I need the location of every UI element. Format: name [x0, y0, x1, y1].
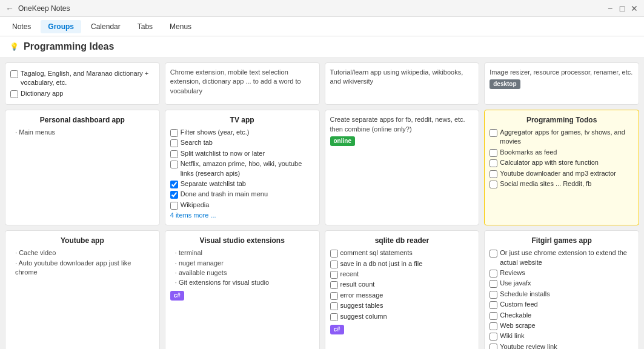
- card-image-resizer: Image resizer, resource processor, renam…: [484, 62, 639, 105]
- card-fitgirl-title: Fitgirl games app: [490, 236, 634, 246]
- page-title: Programming Ideas: [24, 41, 114, 52]
- nav-groups[interactable]: Groups: [41, 20, 81, 33]
- back-button[interactable]: ←: [5, 4, 15, 13]
- card-visual-studio: Visual studio extensions terminal nuget …: [165, 230, 320, 349]
- close-button[interactable]: ✕: [629, 4, 639, 13]
- check-tagalog-1[interactable]: Tagalog, English, and Maranao dictionary…: [10, 69, 154, 88]
- nav-tabs[interactable]: Tabs: [130, 20, 160, 33]
- minimize-button[interactable]: −: [605, 4, 615, 13]
- card-programming-todos: Programming Todos Aggregator apps for ga…: [484, 110, 639, 225]
- tag-cf-sqlite: c#: [330, 325, 344, 334]
- card-tv-app: TV app Filter shows (year, etc.) Search …: [165, 110, 320, 225]
- nav-menus[interactable]: Menus: [162, 20, 199, 33]
- card-personal-dashboard: Personal dashboard app Main menus: [5, 110, 160, 225]
- card-sqlite-title: sqlite db reader: [330, 236, 474, 246]
- card-chrome-ext: Chrome extension, mobile text selection …: [165, 62, 320, 105]
- bullet-main-menus: Main menus: [10, 128, 154, 137]
- card-tutorial: Tutorial/learn app using wikipedia, wiki…: [325, 62, 480, 105]
- tv-items-more-link[interactable]: 4 items more ...: [170, 211, 314, 220]
- nav-notes[interactable]: Notes: [5, 20, 38, 33]
- card-separate-apps-text: Create separate apps for fb, reddit, new…: [330, 115, 474, 134]
- card-todos-title: Programming Todos: [490, 115, 634, 125]
- window-controls: − □ ✕: [605, 4, 639, 13]
- page-header: 💡 Programming Ideas: [0, 36, 644, 58]
- card-chrome-ext-text: Chrome extension, mobile text selection …: [170, 68, 314, 96]
- card-tv-title: TV app: [170, 115, 314, 125]
- check-tagalog-2[interactable]: Dictionary app: [10, 89, 154, 98]
- tag-cf-vs: c#: [170, 291, 184, 301]
- tag-online-1: online: [330, 136, 355, 146]
- card-youtube-title: Youtube app: [10, 236, 154, 246]
- card-youtube: Youtube app Cache video Auto youtube dow…: [5, 230, 160, 349]
- tag-desktop: desktop: [490, 79, 520, 89]
- card-personal-dashboard-title: Personal dashboard app: [10, 115, 154, 125]
- bulb-icon: 💡: [10, 42, 19, 51]
- card-vs-title: Visual studio extensions: [170, 236, 314, 246]
- card-separate-apps: Create separate apps for fb, reddit, new…: [325, 110, 480, 225]
- nav-bar: Notes Groups Calendar Tabs Menus: [0, 17, 644, 36]
- maximize-button[interactable]: □: [617, 4, 627, 13]
- card-tutorial-text: Tutorial/learn app using wikipedia, wiki…: [330, 68, 474, 87]
- window-title: OneKeep Notes: [18, 4, 70, 13]
- window-bar: ← OneKeep Notes − □ ✕: [0, 0, 644, 17]
- cards-container: Tagalog, English, and Maranao dictionary…: [0, 58, 644, 349]
- card-sqlite: sqlite db reader comment sql statements …: [325, 230, 480, 349]
- card-tagalog: Tagalog, English, and Maranao dictionary…: [5, 62, 160, 105]
- nav-calendar[interactable]: Calendar: [84, 20, 128, 33]
- card-fitgirl: Fitgirl games app Or just use chrome ext…: [484, 230, 639, 349]
- card-image-resizer-text: Image resizer, resource processor, renam…: [490, 68, 634, 77]
